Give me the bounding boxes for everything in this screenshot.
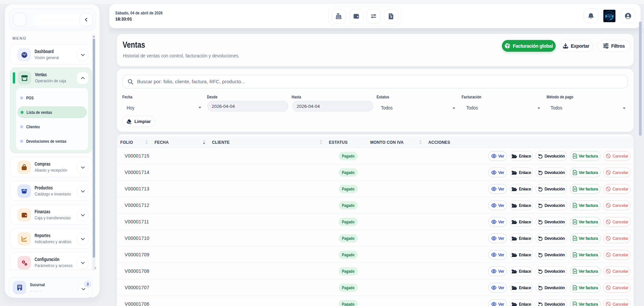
svg-text:$: $ [390, 15, 392, 18]
